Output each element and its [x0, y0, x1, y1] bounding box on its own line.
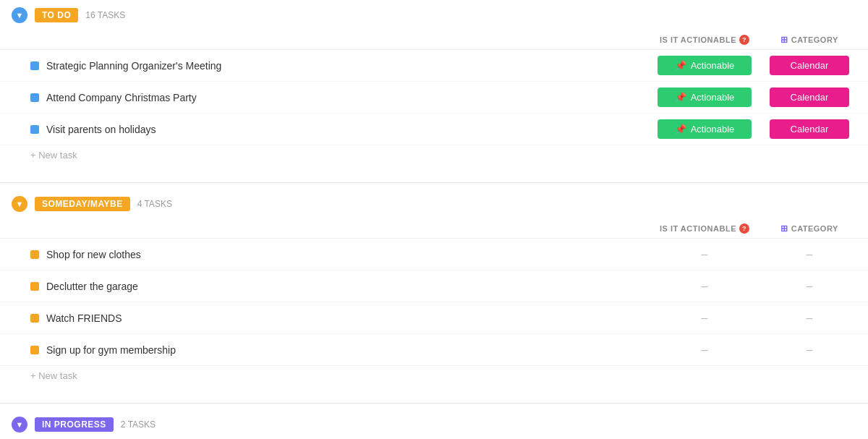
- task-count-someday: 4 TASKS: [137, 199, 172, 209]
- actionable-cell: 📌Actionable: [647, 56, 762, 75]
- task-dot: [30, 282, 39, 291]
- category-cell: Calendar: [762, 119, 856, 139]
- task-name: Sign up for gym membership: [46, 344, 176, 356]
- actionable-cell: –: [647, 248, 762, 261]
- section-header-someday: ▼SOMEDAY/MAYBE4 TASKS: [0, 189, 868, 219]
- category-cell: –: [762, 280, 856, 293]
- task-left: Shop for new clothes: [12, 249, 647, 260]
- task-left: Sign up for gym membership: [12, 344, 647, 356]
- category-header-todo: ⊞CATEGORY: [762, 35, 856, 45]
- question-icon: ?: [739, 223, 749, 234]
- task-left: Visit parents on holidays: [12, 124, 647, 135]
- task-row: Attend Company Christmas Party📌Actionabl…: [0, 82, 868, 114]
- category-cell: –: [762, 312, 856, 325]
- collapse-btn-someday[interactable]: ▼: [12, 196, 27, 212]
- task-dot: [30, 346, 39, 354]
- actionable-header-todo: IS IT ACTIONABLE?: [647, 35, 762, 45]
- task-dot: [30, 61, 39, 70]
- grid-icon: ⊞: [780, 223, 788, 234]
- actionable-button[interactable]: 📌Actionable: [658, 56, 752, 75]
- section-header-todo: ▼TO DO16 TASKS: [0, 0, 868, 30]
- category-button[interactable]: Calendar: [770, 119, 849, 139]
- actionable-cell: 📌Actionable: [647, 119, 762, 139]
- task-dot: [30, 314, 39, 323]
- category-button[interactable]: Calendar: [770, 88, 849, 107]
- collapse-btn-todo[interactable]: ▼: [12, 7, 27, 23]
- collapse-btn-inprogress[interactable]: ▼: [12, 417, 27, 432]
- task-left: Attend Company Christmas Party: [12, 92, 647, 103]
- actionable-dash: –: [702, 280, 708, 293]
- actionable-dash: –: [702, 344, 708, 357]
- category-dash: –: [807, 344, 813, 357]
- task-count-inprogress: 2 TASKS: [121, 419, 156, 430]
- category-header-text: CATEGORY: [791, 35, 838, 44]
- actionable-dash: –: [702, 312, 708, 325]
- pin-icon: 📌: [675, 124, 686, 135]
- actionable-header-text: IS IT ACTIONABLE: [660, 35, 736, 44]
- category-dash: –: [807, 312, 813, 325]
- section-todo: ▼TO DO16 TASKSIS IT ACTIONABLE?⊞CATEGORY…: [0, 0, 868, 183]
- task-dot: [30, 250, 39, 259]
- category-cell: –: [762, 248, 856, 261]
- task-name: Shop for new clothes: [46, 249, 141, 260]
- section-label-inprogress: IN PROGRESS: [35, 417, 114, 432]
- grid-icon: ⊞: [780, 35, 788, 45]
- actionable-button[interactable]: 📌Actionable: [658, 88, 752, 107]
- category-header-someday: ⊞CATEGORY: [762, 223, 856, 234]
- section-label-todo: TO DO: [35, 8, 78, 22]
- new-task-button[interactable]: + New task: [0, 145, 868, 165]
- category-button[interactable]: Calendar: [770, 56, 849, 75]
- task-name: Watch FRIENDS: [46, 312, 122, 324]
- task-dot: [30, 93, 39, 102]
- actionable-header-text: IS IT ACTIONABLE: [660, 224, 736, 233]
- task-row: Strategic Planning Organizer's Meeting📌A…: [0, 50, 868, 82]
- actionable-cell: –: [647, 280, 762, 293]
- pin-icon: 📌: [675, 92, 686, 103]
- task-dot: [30, 125, 39, 134]
- question-icon: ?: [739, 35, 749, 45]
- actionable-cell: –: [647, 312, 762, 325]
- section-inprogress: ▼IN PROGRESS2 TASKSIS IT ACTIONABLE?⊞CAT…: [0, 409, 868, 439]
- task-left: Strategic Planning Organizer's Meeting: [12, 60, 647, 72]
- task-name: Visit parents on holidays: [46, 124, 156, 135]
- pin-icon: 📌: [675, 60, 686, 71]
- new-task-button[interactable]: + New task: [0, 366, 868, 385]
- column-headers-someday: IS IT ACTIONABLE?⊞CATEGORY: [0, 219, 868, 239]
- task-name: Declutter the garage: [46, 281, 138, 292]
- actionable-dash: –: [702, 248, 708, 261]
- category-dash: –: [807, 280, 813, 293]
- section-someday: ▼SOMEDAY/MAYBE4 TASKSIS IT ACTIONABLE?⊞C…: [0, 189, 868, 404]
- task-row: Sign up for gym membership––: [0, 334, 868, 366]
- task-row: Shop for new clothes––: [0, 239, 868, 270]
- task-left: Watch FRIENDS: [12, 312, 647, 324]
- task-row: Visit parents on holidays📌ActionableCale…: [0, 114, 868, 145]
- section-label-someday: SOMEDAY/MAYBE: [35, 197, 130, 211]
- category-dash: –: [807, 248, 813, 261]
- actionable-cell: 📌Actionable: [647, 88, 762, 107]
- task-row: Declutter the garage––: [0, 270, 868, 302]
- task-count-todo: 16 TASKS: [85, 10, 125, 20]
- actionable-label: Actionable: [691, 92, 735, 103]
- column-headers-todo: IS IT ACTIONABLE?⊞CATEGORY: [0, 30, 868, 50]
- category-cell: –: [762, 344, 856, 357]
- category-cell: Calendar: [762, 88, 856, 107]
- actionable-label: Actionable: [691, 60, 735, 71]
- actionable-cell: –: [647, 344, 762, 357]
- actionable-label: Actionable: [691, 124, 735, 135]
- section-header-inprogress: ▼IN PROGRESS2 TASKS: [0, 409, 868, 439]
- task-name: Attend Company Christmas Party: [46, 92, 197, 103]
- task-name: Strategic Planning Organizer's Meeting: [46, 60, 221, 72]
- task-row: Watch FRIENDS––: [0, 302, 868, 334]
- category-header-text: CATEGORY: [791, 224, 838, 233]
- category-cell: Calendar: [762, 56, 856, 75]
- task-left: Declutter the garage: [12, 281, 647, 292]
- actionable-header-someday: IS IT ACTIONABLE?: [647, 223, 762, 234]
- actionable-button[interactable]: 📌Actionable: [658, 119, 752, 139]
